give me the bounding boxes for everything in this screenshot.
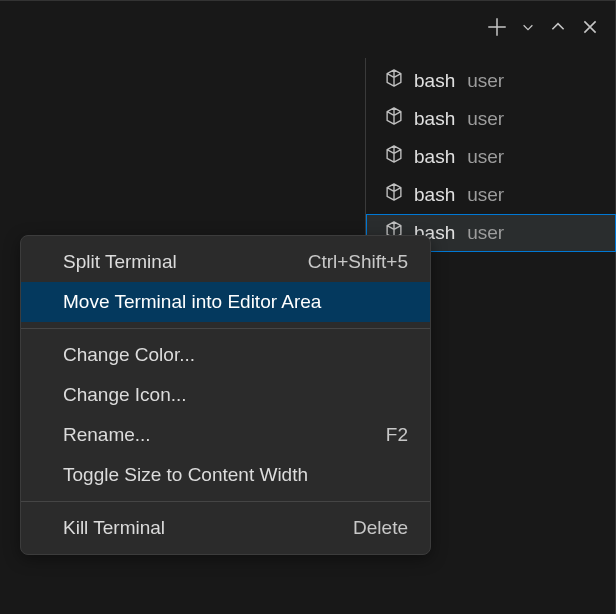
menu-item[interactable]: Move Terminal into Editor Area bbox=[21, 282, 430, 322]
terminal-icon bbox=[384, 144, 404, 164]
terminal-tab[interactable]: bashuser bbox=[366, 138, 616, 176]
menu-item-shortcut: Delete bbox=[353, 517, 408, 539]
menu-item[interactable]: Kill TerminalDelete bbox=[21, 508, 430, 548]
terminal-tab-icon bbox=[384, 106, 404, 132]
terminal-icon bbox=[384, 68, 404, 88]
menu-item[interactable]: Change Color... bbox=[21, 335, 430, 375]
menu-item-label: Split Terminal bbox=[63, 251, 177, 273]
menu-item-label: Change Icon... bbox=[63, 384, 187, 406]
terminal-tab-desc: user bbox=[467, 183, 504, 207]
terminal-tab-name: bash bbox=[414, 183, 455, 207]
menu-item-label: Toggle Size to Content Width bbox=[63, 464, 308, 486]
terminal-tab-icon bbox=[384, 182, 404, 208]
plus-icon bbox=[487, 17, 507, 37]
terminal-tab-desc: user bbox=[467, 145, 504, 169]
terminal-tab-desc: user bbox=[467, 69, 504, 93]
close-icon bbox=[581, 18, 599, 36]
menu-item-shortcut: F2 bbox=[386, 424, 408, 446]
menu-item[interactable]: Split TerminalCtrl+Shift+5 bbox=[21, 242, 430, 282]
menu-item-label: Rename... bbox=[63, 424, 151, 446]
terminal-tab[interactable]: bashuser bbox=[366, 100, 616, 138]
terminal-tab-name: bash bbox=[414, 69, 455, 93]
terminal-tab[interactable]: bashuser bbox=[366, 62, 616, 100]
terminal-icon bbox=[384, 182, 404, 202]
terminal-tab-desc: user bbox=[467, 221, 504, 245]
terminal-toolbar bbox=[487, 17, 599, 37]
menu-item-label: Move Terminal into Editor Area bbox=[63, 291, 321, 313]
close-panel-button[interactable] bbox=[581, 18, 599, 36]
terminal-tab-name: bash bbox=[414, 107, 455, 131]
terminal-context-menu: Split TerminalCtrl+Shift+5Move Terminal … bbox=[20, 235, 431, 555]
terminal-icon bbox=[384, 106, 404, 126]
menu-item[interactable]: Change Icon... bbox=[21, 375, 430, 415]
menu-item-shortcut: Ctrl+Shift+5 bbox=[308, 251, 408, 273]
chevron-up-icon bbox=[549, 18, 567, 36]
terminal-tab-icon bbox=[384, 144, 404, 170]
terminal-tab-icon bbox=[384, 68, 404, 94]
menu-item[interactable]: Toggle Size to Content Width bbox=[21, 455, 430, 495]
menu-separator bbox=[21, 501, 430, 502]
menu-item[interactable]: Rename...F2 bbox=[21, 415, 430, 455]
terminal-tab-name: bash bbox=[414, 145, 455, 169]
terminal-tab-desc: user bbox=[467, 107, 504, 131]
terminal-tab[interactable]: bashuser bbox=[366, 176, 616, 214]
menu-item-label: Kill Terminal bbox=[63, 517, 165, 539]
menu-separator bbox=[21, 328, 430, 329]
menu-item-label: Change Color... bbox=[63, 344, 195, 366]
new-terminal-button[interactable] bbox=[487, 17, 507, 37]
maximize-panel-button[interactable] bbox=[549, 18, 567, 36]
new-terminal-dropdown[interactable] bbox=[521, 20, 535, 34]
terminal-tabs-sidebar: bashuserbashuserbashuserbashuserbashuser bbox=[365, 58, 616, 252]
chevron-down-icon bbox=[521, 20, 535, 34]
